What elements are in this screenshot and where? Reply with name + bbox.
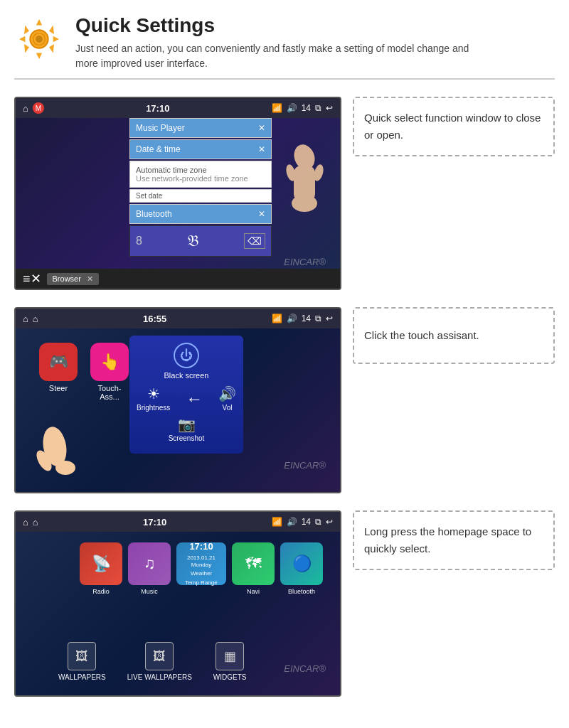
volume-level-3: 14: [302, 517, 311, 527]
vol-label: Vol: [223, 404, 233, 412]
hand-image-2: [30, 425, 80, 485]
close-datetime[interactable]: ✕: [258, 144, 265, 154]
taskbar-browser[interactable]: Browser ✕: [47, 273, 99, 285]
music-widget: ♫: [128, 542, 171, 585]
page-description: Just need an action, you can convenientl…: [75, 41, 474, 71]
window-icon-2: ⧉: [315, 314, 321, 323]
screen-body-3: 📡 Radio ♫ Music 17:10 2013.01.21 Monday: [16, 532, 340, 695]
info-text-3: Long press the homepage space to quickly…: [364, 523, 543, 557]
signal-icon-2: 📶: [272, 314, 282, 323]
status-right-1: 📶 🔊 14 ⧉ ↩: [272, 103, 333, 113]
dropdown-bluetooth-label: Bluetooth: [136, 209, 172, 219]
bluetooth-backspace: ⌫: [244, 233, 265, 249]
power-icon[interactable]: ⏻: [174, 343, 199, 368]
vol-item[interactable]: 🔊 Vol: [218, 385, 236, 412]
volume-level-2: 14: [302, 314, 311, 323]
dropdown-bluetooth: Bluetooth ✕: [129, 204, 272, 224]
screen-body-1: Music Player ✕ Date & time ✕ Automatic t…: [16, 118, 340, 289]
close-music[interactable]: ✕: [258, 123, 265, 133]
app-touch-assist[interactable]: 👆 Touch-Ass...: [88, 343, 131, 401]
wallpapers-item[interactable]: 🖼 WALLPAPERS: [58, 642, 106, 681]
status-right-3: 📶 🔊 14 ⧉ ↩: [272, 517, 333, 527]
weather-label: Weather: [191, 570, 212, 577]
status-left-1: ⌂ M: [23, 102, 44, 114]
status-bar-1: ⌂ M 17:10 📶 🔊 14 ⧉ ↩: [16, 98, 340, 118]
volume-level-1: 14: [302, 103, 311, 113]
widgets-item[interactable]: ▦ WIDGETS: [213, 642, 247, 681]
section-3: ⌂ ⌂ 17:10 📶 🔊 14 ⧉ ↩ 📡: [14, 510, 555, 697]
status-time-2: 16:55: [43, 314, 267, 324]
dropdown-timezone: Automatic time zone Use network-provided…: [129, 161, 272, 188]
radio-widget: 📡: [80, 542, 122, 585]
widget-weather[interactable]: 17:10 2013.01.21 Monday Weather Temp Ran…: [176, 542, 226, 588]
app-steer[interactable]: 🎮 Steer: [37, 343, 80, 401]
touch-assist-icon: 👆: [90, 343, 129, 381]
volume-icon-3: 🔊: [287, 517, 297, 527]
close-bluetooth[interactable]: ✕: [258, 209, 265, 219]
section-1: ⌂ M 17:10 📶 🔊 14 ⧉ ↩: [14, 97, 555, 290]
volume-icon-2: 🔊: [287, 314, 297, 323]
browser-label: Browser: [53, 274, 81, 283]
home-icon-2: ⌂: [23, 314, 28, 324]
info-text-2: Click the touch assisant.: [364, 327, 479, 344]
status-bar-2: ⌂ ⌂ 16:55 📶 🔊 14 ⧉ ↩: [16, 309, 340, 328]
back-arrow-item[interactable]: ←: [186, 389, 203, 409]
window-icon-3: ⧉: [315, 517, 321, 527]
home-icon-1: ⌂: [23, 103, 28, 114]
info-box-3: Long press the homepage space to quickly…: [353, 510, 555, 570]
live-wallpapers-label: LIVE WALLPAPERS: [127, 673, 192, 681]
back-icon-3: ↩: [326, 517, 333, 527]
widget-row: 📡 Radio ♫ Music 17:10 2013.01.21 Monday: [80, 542, 323, 595]
vol-icon: 🔊: [218, 385, 236, 402]
popup-screenshot-row: 📷 Screenshot: [137, 416, 236, 442]
widgets-icon: ▦: [216, 642, 244, 670]
steer-icon: 🎮: [39, 343, 78, 381]
popup-middle-row: ☀ Brightness ← 🔊 Vol: [137, 385, 236, 412]
black-screen-label: Black screen: [164, 371, 209, 380]
home-icon-3: ⌂: [23, 517, 28, 528]
dropdown-datetime-label: Date & time: [136, 144, 181, 154]
quick-popup-2: ⏻ Black screen ☀ Brightness ← 🔊 Vol: [129, 336, 243, 454]
screenshot-item[interactable]: 📷 Screenshot: [169, 416, 205, 442]
music-label: Music: [141, 588, 158, 595]
touch-assist-label: Touch-Ass...: [88, 384, 131, 401]
radio-icon: 📡: [92, 555, 111, 573]
widget-navi[interactable]: 🗺 Navi: [232, 542, 275, 595]
volume-icon-1: 🔊: [287, 103, 297, 113]
signal-icon-3: 📶: [272, 517, 282, 527]
status-left-2: ⌂ ⌂: [23, 314, 38, 324]
window-icon-1: ⧉: [315, 103, 321, 113]
bt-widget: 🔵: [280, 542, 323, 585]
widget-music[interactable]: ♫ Music: [128, 542, 171, 595]
radio-label: Radio: [92, 588, 110, 595]
status-right-2: 📶 🔊 14 ⧉ ↩: [272, 314, 333, 323]
dropdown-datetime: Date & time ✕: [129, 139, 272, 159]
taskbar-bottom-1: ≡✕ Browser ✕: [16, 269, 340, 289]
dropdown-setdate: Set date: [129, 189, 272, 203]
info-box-1: Quick select function window to close or…: [353, 97, 555, 156]
screen-body-2: 🎮 Steer 👆 Touch-Ass... ▶ Jo Player: [16, 328, 340, 492]
live-wallpapers-item[interactable]: 🖼 LIVE WALLPAPERS: [127, 642, 192, 681]
wallpapers-label: WALLPAPERS: [58, 673, 106, 681]
bluetooth-panel: 8 𝔅 ⌫: [129, 225, 272, 257]
close-browser[interactable]: ✕: [87, 274, 93, 284]
svg-point-10: [55, 461, 75, 475]
weather-time: 17:10: [189, 541, 213, 553]
brightness-item[interactable]: ☀ Brightness: [137, 385, 170, 412]
app-icon-1: M: [33, 102, 44, 114]
screenshot-icon: 📷: [178, 416, 196, 433]
widget-bluetooth[interactable]: 🔵 Bluetooth: [280, 542, 323, 595]
dropdown-container-1: Music Player ✕ Date & time ✕ Automatic t…: [129, 118, 272, 258]
apps-icon-3: ⌂: [33, 517, 38, 528]
status-time-1: 17:10: [48, 103, 267, 114]
bottom-actions-row: 🖼 WALLPAPERS 🖼 LIVE WALLPAPERS ▦ WIDGETS: [58, 642, 247, 681]
back-icon-2: ↩: [326, 314, 333, 323]
bt-label: Bluetooth: [288, 588, 315, 595]
weather-widget: 17:10 2013.01.21 Monday Weather Temp Ran…: [176, 542, 226, 585]
widget-radio[interactable]: 📡 Radio: [80, 542, 122, 595]
weather-temp: Temp Range: [185, 579, 217, 587]
section-2: ⌂ ⌂ 16:55 📶 🔊 14 ⧉ ↩ 🎮 Steer: [14, 307, 555, 493]
hand-image-1: [262, 132, 333, 225]
screenshot-label: Screenshot: [169, 434, 205, 442]
screenshot-2: ⌂ ⌂ 16:55 📶 🔊 14 ⧉ ↩ 🎮 Steer: [14, 307, 341, 493]
